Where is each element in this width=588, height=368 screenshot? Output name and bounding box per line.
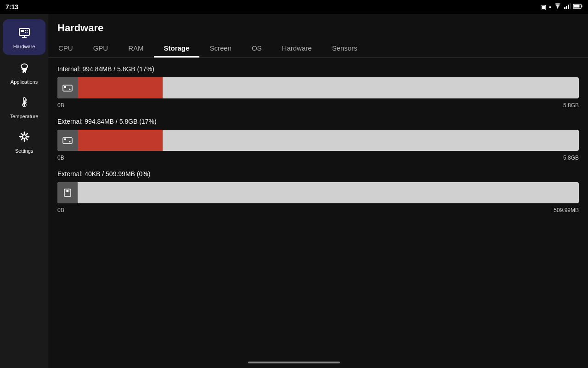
svg-line-39 — [26, 133, 28, 135]
svg-rect-6 — [574, 5, 580, 8]
sidebar-label-settings: Settings — [15, 148, 34, 154]
storage-section-external2: External: 40KB / 509.99MB (0%) 0B — [57, 170, 579, 213]
external2-storage-bar — [57, 182, 579, 203]
storage-section-internal: Internal: 994.84MB / 5.8GB (17%) 0B 5.8G… — [57, 65, 579, 109]
tab-cpu[interactable]: CPU — [48, 39, 83, 58]
sim-icon: ▪ — [549, 3, 551, 11]
svg-point-26 — [23, 104, 25, 106]
svg-rect-10 — [27, 30, 28, 31]
content-area: Hardware CPU GPU RAM Storage Screen OS H… — [48, 14, 588, 368]
svg-rect-44 — [64, 138, 66, 140]
svg-rect-2 — [568, 5, 569, 9]
tab-sensors[interactable]: Sensors — [322, 39, 368, 58]
external2-max-label: 509.99MB — [554, 207, 579, 213]
sidebar: Hardware Applications — [0, 14, 48, 368]
svg-line-37 — [26, 138, 28, 140]
internal-storage-label: Internal: 994.84MB / 5.8GB (17%) — [57, 65, 579, 73]
wifi-icon — [554, 3, 561, 11]
svg-point-31 — [23, 135, 26, 138]
internal-storage-bar — [57, 77, 579, 98]
svg-rect-8 — [21, 30, 24, 32]
tab-storage[interactable]: Storage — [154, 39, 200, 58]
tab-hardware[interactable]: Hardware — [272, 39, 322, 58]
sidebar-item-applications[interactable]: Applications — [0, 56, 48, 90]
svg-rect-43 — [63, 138, 72, 144]
external1-storage-bar — [57, 130, 579, 151]
svg-rect-11 — [25, 32, 26, 33]
tab-ram[interactable]: RAM — [118, 39, 153, 58]
svg-rect-41 — [64, 86, 66, 88]
settings-icon — [18, 130, 31, 146]
tab-os[interactable]: OS — [242, 39, 272, 58]
svg-rect-12 — [27, 32, 28, 33]
bottom-nav-indicator — [248, 362, 340, 363]
main-layout: Hardware Applications — [0, 14, 588, 368]
svg-rect-9 — [25, 30, 26, 31]
storage-content: Internal: 994.84MB / 5.8GB (17%) 0B 5.8G… — [48, 58, 588, 221]
svg-rect-1 — [566, 6, 567, 9]
svg-rect-19 — [22, 68, 23, 70]
svg-line-36 — [21, 133, 23, 135]
svg-rect-18 — [23, 68, 26, 72]
external1-storage-icon — [57, 130, 78, 151]
internal-max-label: 5.8GB — [563, 102, 579, 109]
status-bar: 7:13 ▣ ▪ — [0, 0, 588, 14]
applications-icon — [18, 61, 31, 77]
status-time: 7:13 — [6, 3, 18, 11]
internal-min-label: 0B — [57, 102, 64, 109]
external1-scale: 0B 5.8GB — [57, 155, 579, 161]
sidebar-label-hardware: Hardware — [13, 44, 35, 49]
sidebar-item-settings[interactable]: Settings — [0, 125, 48, 159]
internal-bar-fill — [78, 77, 163, 98]
page-title: Hardware — [48, 14, 588, 39]
svg-rect-40 — [63, 85, 72, 91]
tab-gpu[interactable]: GPU — [83, 39, 119, 58]
svg-rect-0 — [564, 7, 565, 9]
svg-line-38 — [21, 138, 23, 140]
svg-rect-47 — [66, 190, 67, 192]
internal-scale: 0B 5.8GB — [57, 102, 579, 109]
sidebar-label-applications: Applications — [11, 79, 38, 85]
temperature-icon — [18, 96, 31, 112]
signal-icon — [564, 3, 571, 11]
external2-storage-icon — [57, 182, 78, 203]
svg-rect-5 — [582, 6, 582, 7]
tablet-icon: ▣ — [540, 3, 546, 11]
external1-bar-fill — [78, 130, 163, 151]
sidebar-item-temperature[interactable]: Temperature — [0, 90, 48, 125]
external1-max-label: 5.8GB — [563, 155, 579, 161]
sidebar-label-temperature: Temperature — [10, 114, 39, 119]
status-icons: ▣ ▪ — [540, 3, 582, 11]
svg-rect-20 — [26, 68, 27, 70]
svg-rect-48 — [67, 190, 68, 192]
storage-section-external1: External: 994.84MB / 5.8GB (17%) 0B 5.8G… — [57, 118, 579, 161]
svg-point-42 — [69, 89, 71, 90]
internal-storage-icon — [57, 77, 78, 98]
sidebar-item-hardware[interactable]: Hardware — [3, 19, 45, 55]
svg-rect-3 — [570, 3, 571, 9]
hardware-icon — [17, 25, 31, 42]
tab-screen[interactable]: Screen — [199, 39, 242, 58]
svg-rect-22 — [25, 71, 26, 73]
svg-rect-49 — [68, 190, 69, 192]
external2-storage-label: External: 40KB / 509.99MB (0%) — [57, 170, 579, 178]
external1-storage-label: External: 994.84MB / 5.8GB (17%) — [57, 118, 579, 125]
svg-point-45 — [69, 141, 71, 143]
svg-rect-21 — [23, 71, 24, 73]
external2-scale: 0B 509.99MB — [57, 207, 579, 213]
external1-min-label: 0B — [57, 155, 64, 161]
battery-icon — [573, 3, 582, 11]
external2-min-label: 0B — [57, 207, 64, 213]
tab-bar: CPU GPU RAM Storage Screen OS Hardware S… — [48, 39, 588, 58]
